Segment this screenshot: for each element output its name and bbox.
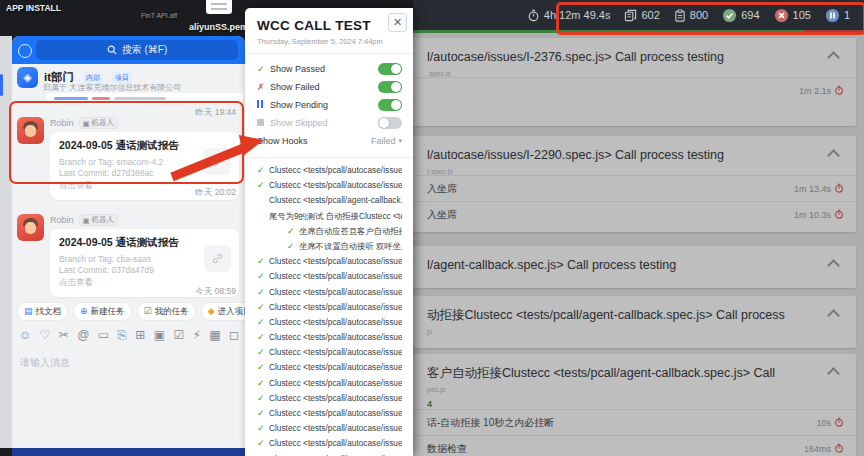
passed-check-icon: ✓: [257, 164, 269, 176]
sender-name: Robin: [50, 118, 74, 128]
stat-pending: 1: [825, 8, 850, 23]
plus-circle-icon: ⊕: [80, 307, 88, 316]
test-row[interactable]: 数据检查164ms: [413, 435, 856, 456]
nav-test-item[interactable]: ✓Clustecc <tests/pcall/autocase/issues/I…: [257, 179, 402, 194]
link-icon[interactable]: [204, 245, 231, 272]
desktop-label[interactable]: APP INSTALL: [6, 3, 61, 13]
checkbox-icon[interactable]: ☑: [173, 329, 184, 341]
toggle-switch[interactable]: [378, 63, 402, 75]
robin-avatar[interactable]: [17, 117, 44, 144]
calendar-icon[interactable]: ▦: [209, 329, 220, 341]
nav-test-label: Clustecc <tests/pcall/autocase/issues/I-…: [269, 179, 402, 191]
group-subtitle: 归属于 大连索克维尔信息技术有限公司: [43, 82, 181, 93]
quick-action-project[interactable]: ◆进入项目: [201, 302, 245, 321]
nav-test-item[interactable]: ✓坐席不设置自动接听 双呼坐席拒…: [257, 240, 402, 255]
stat-value: 800: [690, 9, 708, 21]
collapse-chevron-icon[interactable]: [827, 367, 840, 380]
nav-test-item[interactable]: ✓Clustecc <tests/pcall/autocase/issues/I…: [257, 255, 402, 270]
link-icon[interactable]: [204, 148, 231, 175]
stat-passed: 694: [722, 8, 759, 23]
message-input[interactable]: 请输入消息: [20, 356, 70, 370]
background-window-edge: [0, 36, 12, 448]
test-row[interactable]: 入坐席1m 13.4s: [413, 175, 856, 201]
desktop-label[interactable]: FinT API.aff: [141, 12, 177, 19]
suite-header[interactable]: l/autocase/issues/I-2290.spec.js> Call p…: [413, 136, 856, 165]
collapse-chevron-icon[interactable]: [827, 259, 840, 272]
stat-stopwatch: 4h 12m 49.4s: [527, 9, 611, 22]
group-avatar-icon: ◈: [17, 67, 38, 88]
toggle-switch[interactable]: [378, 99, 402, 111]
card-icon[interactable]: ▭: [98, 329, 109, 341]
stat-suites: 602: [624, 9, 659, 22]
scissors-icon[interactable]: ✂: [59, 329, 69, 341]
nav-test-item[interactable]: ✓Clustecc <tests/pcall/autocase/issues/I…: [257, 377, 402, 392]
lightning-icon[interactable]: ⚡: [193, 329, 201, 341]
suite-filename: pec.js: [413, 383, 856, 393]
nav-test-item[interactable]: ✓Clustecc <tests/pcall/autocase/issues/I…: [257, 453, 402, 456]
sender-name: Robin: [50, 215, 74, 225]
divider: [245, 157, 413, 158]
collapse-chevron-icon[interactable]: [827, 309, 840, 322]
quick-action-task-check[interactable]: ☑我的任务: [137, 302, 196, 321]
nav-test-item[interactable]: ✓Clustecc <tests/pcall/autocase/issues/I…: [257, 346, 402, 361]
quick-actions: ▤找文档⊕新建任务☑我的任务◆进入项目↻更多: [17, 302, 245, 321]
pending-icon: [825, 8, 840, 23]
collapse-chevron-icon[interactable]: [827, 51, 840, 64]
desktop-label[interactable]: aliyunSS.pem: [189, 22, 248, 32]
filter-row-show-failed: ✗Show Failed: [257, 78, 402, 96]
nav-test-item[interactable]: ✓Clustecc <tests/pcall/autocase/issues/I…: [257, 407, 402, 422]
thumb-icon[interactable]: ♡: [40, 329, 51, 341]
clipped-text-fragment: [92, 97, 110, 100]
nav-test-item[interactable]: ✓Clustecc <tests/pcall/autocase/issues/I…: [257, 331, 402, 346]
test-duration: 1m 13.4s: [794, 183, 844, 195]
collapse-chevron-icon[interactable]: [827, 149, 840, 162]
close-icon[interactable]: ✕: [388, 13, 407, 32]
show-hooks-row: Show Hooks Failed ▾: [257, 132, 402, 150]
clipped-message[interactable]: [46, 93, 244, 104]
suite-header[interactable]: l/agent-callback.spec.js> Call process t…: [413, 246, 856, 275]
nav-test-item[interactable]: ✓Clustecc <tests/pcall/autocase/issues/I…: [257, 270, 402, 285]
file-icon[interactable]: [206, 0, 232, 14]
hooks-select[interactable]: Failed: [371, 136, 396, 146]
nav-test-item[interactable]: ✓坐席自动应答且客户自动拒接Clus…: [257, 225, 402, 240]
nav-test-item[interactable]: Clustecc <tests/pcall/agent-callback.spe…: [257, 194, 402, 209]
quick-action-plus-circle[interactable]: ⊕新建任务: [73, 302, 132, 321]
composer-toolbar: ☺♡✂@▭⎘⊞▣☑⚡▦◻: [19, 329, 239, 341]
suite-header[interactable]: 客户自动拒接Clustecc <tests/pcall/agent-callba…: [413, 354, 856, 383]
image-icon[interactable]: ▣: [154, 329, 165, 341]
folder-icon[interactable]: ⊞: [135, 329, 145, 341]
test-row[interactable]: 1m 2.1s: [413, 77, 856, 103]
panel-date: Thursday, September 5, 2024 7:44pm: [257, 37, 402, 46]
nav-test-item[interactable]: ✓Clustecc <tests/pcall/autocase/issues/I…: [257, 361, 402, 376]
video-icon[interactable]: ◻: [229, 329, 239, 341]
filter-row-show-pending: Show Pending: [257, 96, 402, 114]
file-add-icon[interactable]: ⎘: [117, 329, 127, 341]
nav-test-item[interactable]: ✓Clustecc <tests/pcall/autocase/issues/I…: [257, 301, 402, 316]
stopwatch-icon: [834, 183, 844, 195]
quick-action-doc-search[interactable]: ▤找文档: [17, 302, 68, 321]
test-row[interactable]: 入坐席1m 10.3s: [413, 201, 856, 227]
back-icon[interactable]: [18, 44, 32, 58]
nav-test-item[interactable]: 尾号为9的测试 自动拒接Clustecc <tests/…: [257, 210, 402, 225]
suite-title: l/agent-callback.spec.js> Call process t…: [427, 257, 676, 273]
nav-test-item[interactable]: ✓Clustecc <tests/pcall/autocase/issues/I…: [257, 437, 402, 452]
chevron-down-icon: ▾: [398, 137, 402, 145]
nav-test-item[interactable]: ✓Clustecc <tests/pcall/autocase/issues/I…: [257, 392, 402, 407]
test-row[interactable]: 话-自动拒接 10秒之内必挂断10s: [413, 409, 856, 435]
search-input[interactable]: 搜索 (⌘F): [36, 40, 238, 60]
nav-test-item[interactable]: ✓Clustecc <tests/pcall/autocase/issues/I…: [257, 164, 402, 179]
toggle-switch[interactable]: [378, 117, 402, 129]
search-icon: [107, 45, 117, 55]
toggle-switch[interactable]: [378, 81, 402, 93]
mention-icon[interactable]: @: [77, 329, 89, 341]
robin-avatar[interactable]: [17, 214, 44, 241]
nav-test-item[interactable]: ✓Clustecc <tests/pcall/autocase/issues/I…: [257, 286, 402, 301]
nav-test-item[interactable]: ✓Clustecc <tests/pcall/autocase/issues/I…: [257, 422, 402, 437]
emoji-icon[interactable]: ☺: [19, 329, 31, 341]
test-nav-list: ✓Clustecc <tests/pcall/autocase/issues/I…: [257, 164, 402, 456]
nav-test-item[interactable]: ✓Clustecc <tests/pcall/autocase/issues/I…: [257, 316, 402, 331]
suites-icon: [624, 9, 637, 22]
suite-header[interactable]: 动拒接Clustecc <tests/pcall/agent-callback.…: [413, 296, 856, 325]
suite-header[interactable]: l/autocase/issues/I-2376.spec.js> Call p…: [413, 38, 856, 67]
search-placeholder: 搜索 (⌘F): [122, 43, 168, 57]
